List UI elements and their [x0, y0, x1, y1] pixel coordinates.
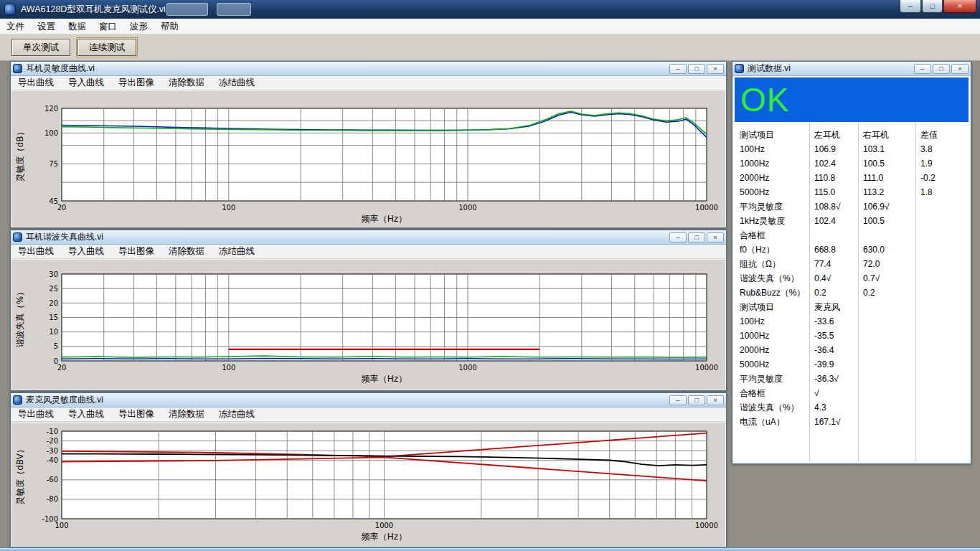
- table-cell: [915, 386, 969, 400]
- table-row: 平均灵敏度108.8√106.9√: [735, 199, 969, 214]
- table-cell: 测试项目: [735, 300, 809, 314]
- table-cell: [858, 372, 915, 386]
- table-cell: [858, 329, 915, 343]
- svg-text:1000: 1000: [458, 364, 476, 372]
- menu-export-curve[interactable]: 导出曲线: [11, 245, 61, 258]
- taskbar-edge[interactable]: [0, 547, 980, 551]
- window-titlebar[interactable]: 耳机谐波失真曲线.vi – □ ×: [11, 230, 726, 245]
- table-cell: 77.4: [809, 257, 858, 271]
- table-cell: [858, 228, 915, 242]
- table-cell: 102.4: [809, 156, 858, 171]
- table-row: 5000Hz-39.9: [735, 357, 969, 372]
- svg-text:10000: 10000: [695, 522, 718, 529]
- table-cell: [858, 386, 915, 400]
- vi-icon: [13, 395, 22, 405]
- chart-menubar: 导出曲线 导入曲线 导出图像 清除数据 冻结曲线: [11, 408, 726, 422]
- window-titlebar[interactable]: 耳机灵敏度曲线.vi – □ ×: [11, 62, 726, 76]
- minimize-button[interactable]: –: [669, 64, 687, 74]
- table-cell: 阻抗（Ω）: [735, 257, 809, 271]
- table-cell: 72.0: [858, 257, 915, 271]
- maximize-button[interactable]: □: [688, 232, 705, 242]
- menu-import-curve[interactable]: 导入曲线: [61, 77, 111, 89]
- table-row: 电流（uA）167.1√: [735, 415, 969, 429]
- table-row: 1kHz灵敏度102.4100.5: [735, 214, 969, 228]
- close-button[interactable]: ×: [951, 64, 969, 74]
- minimize-button[interactable]: –: [669, 232, 687, 242]
- table-row: 2000Hz110.8111.0-0.2: [735, 171, 969, 185]
- menu-export-curve[interactable]: 导出曲线: [11, 408, 61, 420]
- table-cell: [915, 372, 969, 386]
- table-row: f0（Hz）668.8630.0: [735, 242, 969, 257]
- main-titlebar[interactable]: AWA6128D型双耳机麦克风测试仪.vi – □ ×: [0, 0, 980, 19]
- table-header-cell: 测试项目: [735, 128, 809, 142]
- minimize-button[interactable]: –: [900, 0, 921, 13]
- menu-clear-data[interactable]: 清除数据: [161, 408, 212, 420]
- menu-file[interactable]: 文件: [0, 19, 31, 34]
- table-cell: Rub&Buzz（%）: [735, 286, 809, 300]
- app-icon: [4, 4, 16, 15]
- application-window: AWA6128D型双耳机麦克风测试仪.vi – □ × 文件 设置 数据 窗口 …: [0, 0, 980, 551]
- window-titlebar[interactable]: 麦克风灵敏度曲线.vi – □ ×: [11, 393, 726, 408]
- maximize-button[interactable]: □: [688, 64, 705, 74]
- menu-window[interactable]: 窗口: [93, 19, 123, 34]
- table-cell: 0.4√: [809, 271, 858, 286]
- table-cell: 平均灵敏度: [735, 199, 809, 214]
- maximize-button[interactable]: □: [922, 0, 943, 13]
- maximize-button[interactable]: □: [933, 64, 950, 74]
- menu-export-image[interactable]: 导出图像: [111, 77, 161, 89]
- table-cell: [915, 415, 969, 429]
- table-row: 5000Hz115.0113.21.8: [735, 185, 969, 199]
- table-cell: 100.5: [858, 156, 915, 171]
- menu-waveform[interactable]: 波形: [123, 19, 154, 34]
- svg-text:1000: 1000: [375, 522, 393, 529]
- continuous-test-button[interactable]: 连续测试: [77, 39, 136, 56]
- menu-clear-data[interactable]: 清除数据: [161, 245, 212, 258]
- table-cell: 100Hz: [735, 314, 809, 329]
- menu-export-image[interactable]: 导出图像: [111, 408, 161, 420]
- svg-text:-40: -40: [47, 456, 58, 464]
- close-button[interactable]: ×: [943, 0, 976, 13]
- window-title: 耳机谐波失真曲线.vi: [26, 231, 103, 243]
- table-cell: 1kHz灵敏度: [735, 214, 809, 228]
- table-cell: 115.0: [809, 185, 858, 199]
- close-button[interactable]: ×: [707, 64, 724, 74]
- chart-menubar: 导出曲线 导入曲线 导出图像 清除数据 冻结曲线: [11, 76, 726, 90]
- window-title: 耳机灵敏度曲线.vi: [26, 62, 95, 75]
- single-test-button[interactable]: 单次测试: [11, 39, 70, 56]
- status-ok-text: OK: [740, 83, 789, 116]
- table-cell: [858, 357, 915, 372]
- table-cell: 111.0: [858, 171, 915, 185]
- minimize-button[interactable]: –: [914, 64, 931, 74]
- svg-text:25: 25: [49, 285, 58, 293]
- svg-text:-10: -10: [47, 428, 58, 435]
- menu-freeze-curve[interactable]: 冻结曲线: [212, 408, 262, 420]
- background-window-ghost: [166, 3, 208, 16]
- menu-import-curve[interactable]: 导入曲线: [61, 245, 111, 258]
- minimize-button[interactable]: –: [669, 395, 687, 405]
- menu-settings[interactable]: 设置: [31, 19, 62, 34]
- table-cell: 100.5: [858, 214, 915, 228]
- table-row: 2000Hz-36.4: [735, 343, 969, 357]
- menu-export-image[interactable]: 导出图像: [111, 245, 161, 258]
- menu-clear-data[interactable]: 清除数据: [161, 77, 212, 89]
- vi-icon: [13, 64, 22, 73]
- table-cell: 平均灵敏度: [735, 372, 809, 386]
- svg-text:频率（Hz）: 频率（Hz）: [361, 532, 407, 542]
- table-cell: 2000Hz: [735, 343, 809, 357]
- table-row: 合格框√: [735, 386, 969, 400]
- menu-help[interactable]: 帮助: [154, 19, 185, 34]
- maximize-button[interactable]: □: [688, 395, 705, 405]
- table-cell: 106.9√: [858, 199, 915, 214]
- svg-text:20: 20: [57, 204, 67, 212]
- close-button[interactable]: ×: [707, 395, 724, 405]
- table-row: 100Hz-33.6: [735, 314, 969, 329]
- menu-data[interactable]: 数据: [62, 19, 93, 34]
- menu-freeze-curve[interactable]: 冻结曲线: [212, 245, 262, 258]
- window-titlebar[interactable]: 测试数据.vi – □ ×: [732, 62, 971, 76]
- table-cell: [915, 271, 969, 286]
- close-button[interactable]: ×: [707, 232, 724, 242]
- menu-import-curve[interactable]: 导入曲线: [61, 408, 111, 420]
- svg-text:-30: -30: [47, 447, 58, 455]
- menu-freeze-curve[interactable]: 冻结曲线: [212, 77, 262, 89]
- menu-export-curve[interactable]: 导出曲线: [11, 77, 61, 89]
